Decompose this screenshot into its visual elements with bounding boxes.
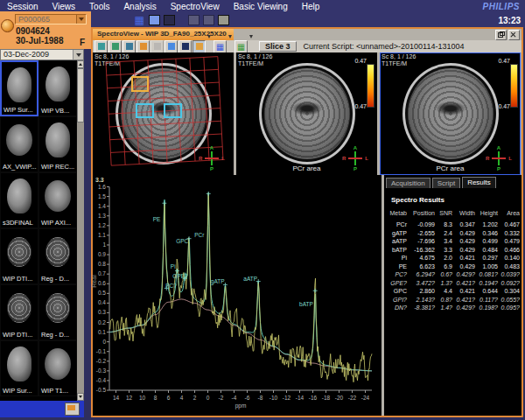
menu-session[interactable]: Session	[0, 2, 46, 11]
svg-text:-22: -22	[348, 395, 357, 401]
table-row: DN?-8.381?1.4?0.429?0.198?0.095?	[386, 304, 520, 312]
series-thumbnail[interactable]: s3DFINAL	[0, 172, 38, 228]
table-cell: 0.421?	[452, 296, 475, 304]
thumbnail-label: WIP DTI...	[3, 275, 32, 283]
table-cell: GPC	[386, 287, 407, 296]
layout-grid-icon[interactable]: ▦	[133, 14, 145, 26]
thumbnail-brain-image	[46, 66, 70, 102]
image-row: Sc 8, 1 / 126 T1TFE/M A P R L Sc 8, 1 / …	[93, 52, 522, 175]
image-panel-grid[interactable]: Sc 8, 1 / 126 T1TFE/M A P R L	[93, 52, 234, 175]
table-cell: 0.479	[498, 237, 520, 246]
sidebar-scrollbar[interactable]	[77, 60, 84, 401]
table-cell: 0.092?	[498, 279, 520, 288]
table-cell: bATP	[386, 246, 407, 255]
menu-views[interactable]: Views	[46, 2, 83, 11]
tab-results[interactable]: Results	[462, 177, 496, 188]
table-cell: 1.202	[475, 220, 498, 229]
scrollbar-thumb[interactable]	[77, 68, 84, 122]
sequence-label: T1TFE/M	[238, 60, 272, 67]
image-panel-pcr-map[interactable]: Sc 8, 1 / 126 T1TFE/M 0.47 0.47 PCr area…	[236, 52, 377, 175]
series-thumbnail[interactable]: AX_VWIP...	[0, 116, 38, 172]
series-thumbnail[interactable]: WIP DTI...	[0, 228, 38, 284]
scroll-down-icon[interactable]	[77, 393, 84, 401]
orientation-marker: A P R L	[202, 146, 221, 171]
series-thumbnail[interactable]: WIP T1...	[38, 340, 77, 396]
study-date-combo[interactable]: 03-Dec-2009	[0, 49, 84, 60]
svg-text:1.2: 1.2	[98, 222, 106, 228]
series-thumbnail[interactable]: WIP VB...	[38, 60, 77, 116]
tab-acquisition[interactable]: Acquisition	[386, 178, 430, 188]
patient-icon[interactable]	[1, 19, 14, 32]
series-thumbnail[interactable]: WIP DTI...	[0, 284, 38, 340]
series-thumbnail[interactable]: WIP Sur...	[0, 340, 38, 396]
svg-text:1.6: 1.6	[98, 184, 106, 190]
table-cell: gATP	[386, 229, 407, 238]
series-thumbnail[interactable]: WIP REC...	[38, 116, 77, 172]
svg-text:aATP: aATP	[243, 276, 257, 282]
tab-script[interactable]: Script	[432, 178, 460, 188]
svg-text:-12: -12	[283, 395, 291, 401]
chevron-down-icon[interactable]	[76, 15, 86, 24]
close-icon[interactable]	[508, 30, 520, 40]
table-row: PC?6.294?0.6?0.429?0.081?0.039?	[386, 270, 520, 279]
link-icon[interactable]	[163, 14, 175, 26]
image-overlay-icon[interactable]	[164, 40, 178, 53]
table-cell: 0.483	[498, 262, 520, 271]
svg-text:-0.3: -0.3	[96, 368, 107, 374]
svg-text:1.3: 1.3	[98, 213, 106, 219]
layout-select-icon[interactable]	[192, 40, 206, 53]
svg-text:GPE?: GPE?	[172, 273, 188, 279]
column-header: Position	[407, 208, 435, 218]
spectroview-window: SpectroView - WIP 3D_FA90_25X25X20 ▦▦ Sl…	[91, 27, 523, 417]
matrix-view-icon[interactable]: ▦	[214, 40, 227, 53]
grid-view-icon[interactable]: ▦	[234, 40, 248, 53]
svg-text:-24: -24	[361, 395, 370, 401]
table-row: aATP-7.6963.40.4290.4990.479	[386, 237, 520, 246]
menu-analysis[interactable]: Analysis	[116, 2, 163, 11]
orientation-marker: A P R L	[489, 146, 508, 171]
menu-spectroview[interactable]: SpectroView	[164, 2, 227, 11]
study-date: 03-Dec-2009	[4, 50, 49, 59]
chevron-down-icon[interactable]	[178, 12, 182, 28]
edit-script-icon[interactable]	[122, 40, 136, 53]
svg-text:0: 0	[206, 395, 210, 401]
table-row: PCr-0.0998.30.3471.2020.467	[386, 220, 520, 229]
table-cell: 0.499	[475, 237, 498, 246]
spectrum-display-icon[interactable]	[94, 40, 108, 53]
thumbnail-brain-image	[7, 346, 32, 382]
table-cell: 0.140	[498, 254, 520, 262]
image-panel-pcr-map-selected[interactable]: Sc 8, 1 / 126 T1TFE/M 0.47 0.47 PCr area…	[380, 52, 521, 175]
menu-basic-viewing[interactable]: Basic Viewing	[227, 2, 295, 11]
selected-voxel-box[interactable]	[131, 76, 149, 92]
menu-tools[interactable]: Tools	[82, 2, 116, 11]
svg-text:4: 4	[180, 395, 184, 401]
spectrum-panel[interactable]: 3.3 Real 1.61.51.41.31.21.110.90.80.70.6…	[93, 175, 382, 416]
table-cell: 0.484	[475, 246, 498, 255]
table-cell: 0.297	[475, 254, 498, 262]
graduation-cap-icon[interactable]	[178, 40, 192, 53]
series-thumbnail[interactable]: Reg - D...	[38, 228, 77, 284]
table-cell: 2.860	[407, 287, 435, 296]
table-cell: 0.055?	[498, 296, 520, 304]
menu-help[interactable]: Help	[295, 2, 327, 11]
chevron-down-icon[interactable]	[73, 50, 83, 60]
patient-id-combo[interactable]: P000065	[15, 14, 87, 24]
scroll-up-icon[interactable]	[77, 60, 84, 68]
folder-icon[interactable]	[148, 14, 160, 26]
menu-bar: SessionViewsToolsAnalysisSpectroViewBasi…	[0, 0, 525, 12]
restore-icon[interactable]	[495, 30, 507, 40]
annotate-icon	[187, 14, 200, 26]
series-thumbnail[interactable]: Reg - D...	[38, 284, 77, 340]
reference-voxel-box[interactable]	[136, 103, 154, 118]
workstation-icon[interactable]	[65, 402, 80, 416]
series-thumbnail[interactable]: WIP AXI...	[38, 172, 77, 228]
spectrum-plot[interactable]: 1.61.51.41.31.21.110.90.80.70.60.50.40.3…	[94, 177, 381, 415]
print-icon[interactable]	[217, 14, 229, 26]
save-results-icon[interactable]	[108, 40, 122, 53]
series-thumbnail[interactable]: WIP Sur...	[0, 60, 38, 116]
table-row: gATP-2.6552.40.4290.3460.332	[386, 229, 520, 238]
slice-button[interactable]: Slice 3	[259, 41, 297, 52]
thumbnail-label: Reg - D...	[41, 331, 69, 339]
export-data-icon[interactable]	[136, 40, 150, 53]
reference-voxel-box[interactable]	[164, 103, 182, 118]
